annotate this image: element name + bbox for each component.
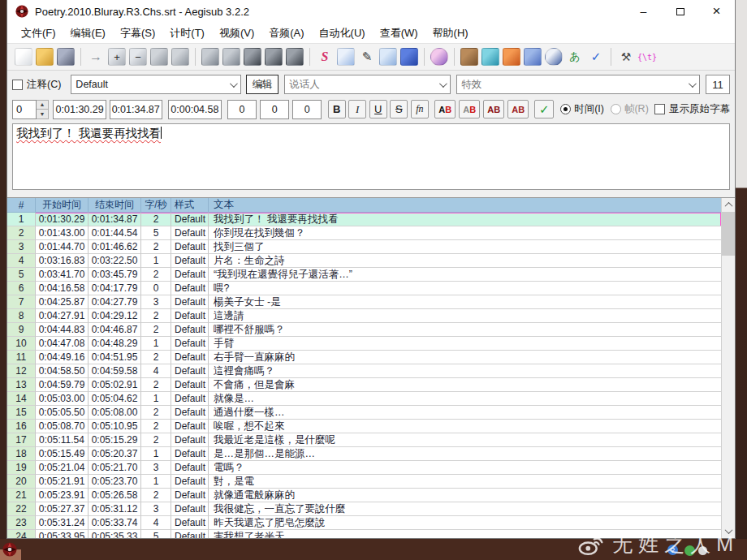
aegisub-taskbar-icon[interactable] <box>2 542 17 557</box>
save-subtitles-icon[interactable] <box>57 48 75 66</box>
italic-button[interactable]: I <box>348 100 366 118</box>
actor-dropdown[interactable] <box>284 75 451 94</box>
menu-item-3[interactable]: 字幕(S) <box>113 23 162 44</box>
subtitle-row[interactable]: 30:01:44.700:01:46.622Default找到三個了 <box>7 240 721 254</box>
attachments-icon[interactable]: ✎ <box>358 48 376 66</box>
subtitle-row[interactable]: 140:05:03.000:05:04.621Default就像是… <box>7 392 721 406</box>
menu-item-9[interactable]: 帮助(H) <box>425 23 476 44</box>
effect-dropdown[interactable] <box>456 75 700 94</box>
scrollbar-thumb[interactable] <box>722 212 735 256</box>
spin-up-icon[interactable]: ▲ <box>37 101 48 110</box>
scrollbar-track[interactable] <box>722 256 735 524</box>
film-edit-icon[interactable] <box>286 48 304 66</box>
camera-a-icon[interactable] <box>150 48 168 66</box>
actor-input[interactable] <box>289 79 434 90</box>
subtitle-row[interactable]: 130:04:59.790:05:02.912Default不會痛，但是會麻 <box>7 378 721 392</box>
subtitle-row[interactable]: 10:01:30.290:01:34.872Default我找到了！ 我還要再找… <box>7 213 721 226</box>
effect-input[interactable] <box>461 79 683 90</box>
menu-item-2[interactable]: 编辑(E) <box>63 23 113 44</box>
end-time-field[interactable]: 0:01:34.87 <box>110 100 162 119</box>
zoom-in-icon[interactable]: + <box>108 48 126 66</box>
time-radio[interactable]: 时间(I) <box>560 102 604 116</box>
spellcheck-icon[interactable]: ✓ <box>587 48 605 66</box>
comment-checkbox[interactable] <box>12 80 23 90</box>
styles-manager-icon[interactable]: S <box>316 48 334 66</box>
menu-item-7[interactable]: 自动化(U) <box>312 23 373 44</box>
subtitle-row[interactable]: 90:04:44.830:04:46.872Default哪裡不舒服嗎？ <box>7 323 721 337</box>
start-time-field[interactable]: 0:01:30.29 <box>53 100 106 119</box>
subtitle-row[interactable]: 220:05:27.370:05:31.123Default我很健忘，一直忘了要… <box>7 502 721 516</box>
menu-item-4[interactable]: 计时(T) <box>162 23 212 44</box>
resample-resolution-icon[interactable] <box>524 48 542 66</box>
subtitle-row[interactable]: 70:04:25.870:04:27.793Default楊美子女士 -是 <box>7 295 721 309</box>
strikeout-button[interactable]: S <box>390 100 408 118</box>
camera-b-icon[interactable] <box>171 48 189 66</box>
layer-stepper[interactable]: 0 ▲▼ <box>12 100 49 119</box>
close-button[interactable]: × <box>698 0 735 23</box>
video-monitor-a-icon[interactable] <box>201 48 219 66</box>
margin-right-field[interactable]: 0 <box>260 100 289 119</box>
underline-button[interactable]: U <box>369 100 387 118</box>
style-dropdown[interactable]: Default <box>71 75 241 94</box>
color-button-3[interactable]: AB <box>483 100 504 118</box>
subtitle-row[interactable]: 160:05:08.700:05:10.952Default唉喔，想不起來 <box>7 420 721 433</box>
menu-item-1[interactable]: 文件(F) <box>14 23 63 44</box>
duration-field[interactable]: 0:00:04.58 <box>168 100 221 119</box>
font-button[interactable]: fn <box>411 100 429 118</box>
color-button-2[interactable]: AB <box>459 100 480 118</box>
color-button-4[interactable]: AB <box>507 100 529 118</box>
subtitle-text-editor[interactable]: 我找到了！ 我還要再找找看 <box>12 123 730 190</box>
bold-button[interactable]: B <box>328 100 346 118</box>
subtitle-row[interactable]: 60:04:16.580:04:17.790Default喂? <box>7 282 721 295</box>
subtitle-row[interactable]: 170:05:11.540:05:15.292Default我最近老是這樣，是什… <box>7 433 721 447</box>
shift-times-icon[interactable] <box>379 48 397 66</box>
subtitle-row[interactable]: 80:04:27.910:04:29.122Default這邊請 <box>7 309 721 323</box>
vertical-scrollbar[interactable] <box>721 198 735 538</box>
film-grid-icon[interactable] <box>244 48 261 66</box>
maximize-button[interactable] <box>662 0 698 23</box>
new-subtitles-icon[interactable] <box>15 48 32 66</box>
subtitle-row[interactable]: 210:05:23.910:05:26.582Default就像通電般麻麻的 <box>7 489 721 502</box>
styling-assistant-icon[interactable] <box>481 48 499 66</box>
subtitle-row[interactable]: 190:05:21.040:05:21.703Default電嗎？ <box>7 461 721 475</box>
jump-to-icon[interactable]: → <box>87 48 105 66</box>
subtitle-row[interactable]: 50:03:41.700:03:45.792Default“我到現在還覺得兒子還… <box>7 268 721 282</box>
minimize-button[interactable]: – <box>625 0 662 23</box>
titlebar[interactable]: Poetry.2010.Bluray.R3.Chs.srt - Aegisub … <box>7 0 735 23</box>
select-lines-icon[interactable] <box>460 48 478 66</box>
frame-radio[interactable]: 帧(R) <box>611 102 649 116</box>
assdraw-icon[interactable] <box>400 48 418 66</box>
edit-style-button[interactable]: 编辑 <box>246 75 279 94</box>
subtitle-row[interactable]: 110:04:49.160:04:51.952Default右手臂一直麻麻的 <box>7 351 721 364</box>
subtitle-row[interactable]: 150:05:05.500:05:08.002Default通過什麼一樣… <box>7 406 721 420</box>
layer-spin-buttons[interactable]: ▲▼ <box>37 100 49 119</box>
menu-item-6[interactable]: 音频(A) <box>261 23 311 44</box>
show-original-checkbox[interactable] <box>654 104 665 114</box>
menu-item-5[interactable]: 视频(V) <box>212 23 261 44</box>
film-strip-icon[interactable] <box>265 48 283 66</box>
subtitle-row[interactable]: 200:05:21.910:05:23.701Default對，是電 <box>7 475 721 489</box>
subtitle-row[interactable]: 120:04:58.500:04:59.584Default這裡會痛嗎？ <box>7 364 721 378</box>
properties-icon[interactable] <box>337 48 355 66</box>
zoom-out-icon[interactable]: − <box>129 48 147 66</box>
subtitle-row[interactable]: 40:03:16.830:03:22.501Default片名：生命之詩 <box>7 254 721 268</box>
subtitle-row[interactable]: 20:01:43.000:01:44.545Default你到現在找到幾個？ <box>7 226 721 240</box>
assdraw-girl-icon[interactable] <box>430 48 448 66</box>
options-icon[interactable]: ⚒ <box>617 48 635 66</box>
subtitle-row[interactable]: 180:05:15.490:05:20.371Default是…是那個…是能源… <box>7 447 721 461</box>
margin-left-field[interactable]: 0 <box>227 100 257 119</box>
grid-cell: 0:04:59.79 <box>36 378 89 392</box>
transform-tag-icon[interactable]: {\t} <box>638 48 656 66</box>
menu-item-8[interactable]: 查看(W) <box>373 23 425 44</box>
subtitle-row[interactable]: 100:04:47.080:04:48.291Default手臂 <box>7 337 721 351</box>
spin-down-icon[interactable]: ▼ <box>37 109 48 118</box>
timing-postprocessor-icon[interactable] <box>545 48 563 66</box>
color-button-1[interactable]: AB <box>434 100 456 118</box>
kanji-timer-icon[interactable]: あ <box>566 48 584 66</box>
translation-assistant-icon[interactable] <box>503 48 520 66</box>
video-monitor-b-icon[interactable] <box>222 48 240 66</box>
scroll-up-button[interactable] <box>722 198 735 212</box>
commit-button[interactable]: ✓ <box>534 100 554 118</box>
open-subtitles-icon[interactable] <box>36 48 54 66</box>
margin-vertical-field[interactable]: 0 <box>292 100 322 119</box>
